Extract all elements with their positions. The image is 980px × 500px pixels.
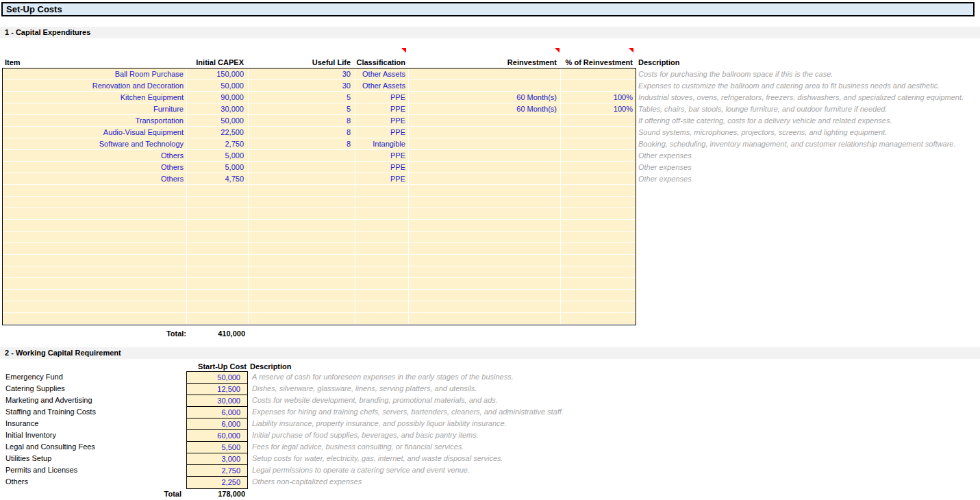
capex-cell[interactable]: 90,000: [186, 92, 244, 103]
col-header-startup-cost: Start-Up Cost: [186, 361, 247, 372]
useful-life-cell[interactable]: 8: [248, 138, 351, 150]
table-row: Others 5,000 PPE Other expenses: [0, 150, 980, 162]
startup-cost-cell[interactable]: 6,000: [187, 407, 247, 418]
page-title: Set-Up Costs: [1, 2, 975, 16]
item-cell[interactable]: Furniture: [3, 103, 184, 115]
item-cell[interactable]: Software and Technology: [3, 138, 184, 150]
table-row: Transportation 50,000 8 PPE If offering …: [0, 115, 980, 127]
comment-indicator-icon[interactable]: [401, 48, 406, 53]
startup-item-label: Marketing and Advertising: [5, 395, 177, 406]
reinvestment-cell[interactable]: 60 Month(s): [408, 103, 557, 115]
capex-cell[interactable]: 5,000: [186, 162, 244, 173]
useful-life-cell[interactable]: 5: [248, 103, 351, 115]
classification-cell[interactable]: PPE: [355, 173, 405, 185]
startup-item-label: Initial Inventory: [5, 429, 177, 441]
pct-reinvestment-cell[interactable]: [560, 162, 633, 173]
reinvestment-cell[interactable]: [408, 127, 557, 138]
working-capital-total-value: 178,000: [186, 488, 245, 499]
pct-reinvestment-cell[interactable]: [560, 80, 633, 92]
classification-cell[interactable]: PPE: [355, 150, 405, 162]
classification-cell[interactable]: PPE: [355, 162, 405, 173]
item-cell[interactable]: Renovation and Decoration: [3, 80, 184, 92]
pct-reinvestment-cell[interactable]: [560, 115, 633, 127]
item-cell[interactable]: Others: [3, 173, 184, 185]
useful-life-cell[interactable]: [248, 150, 351, 162]
classification-cell[interactable]: PPE: [355, 127, 405, 138]
section-1-heading: 1 - Capital Expenditures: [0, 27, 980, 38]
classification-cell[interactable]: Intangible: [355, 138, 405, 150]
classification-cell[interactable]: Other Assets: [355, 80, 405, 92]
reinvestment-cell[interactable]: [408, 150, 557, 162]
description-cell: If offering off-site catering, costs for…: [638, 115, 977, 127]
capex-cell[interactable]: 50,000: [186, 115, 244, 127]
item-cell[interactable]: Others: [3, 150, 184, 162]
useful-life-cell[interactable]: [248, 162, 351, 173]
startup-cost-cell[interactable]: 50,000: [187, 372, 247, 384]
pct-reinvestment-cell[interactable]: [560, 68, 633, 80]
capex-cell[interactable]: 4,750: [186, 173, 244, 185]
startup-cost-cell[interactable]: 60,000: [187, 430, 247, 442]
spreadsheet: Set-Up Costs 1 - Capital Expenditures It…: [0, 0, 980, 500]
startup-item-label: Insurance: [5, 418, 177, 429]
reinvestment-cell[interactable]: 60 Month(s): [408, 92, 557, 103]
reinvestment-cell[interactable]: [408, 80, 557, 92]
startup-item-label: Utilities Setup: [5, 453, 177, 464]
comment-indicator-icon[interactable]: [629, 48, 633, 53]
description-cell: Initial purchase of food supplies, bever…: [252, 429, 731, 441]
capex-cell[interactable]: 30,000: [186, 103, 244, 115]
capex-cell[interactable]: 5,000: [186, 150, 244, 162]
classification-cell[interactable]: PPE: [355, 92, 405, 103]
capex-cell[interactable]: 2,750: [186, 138, 244, 150]
reinvestment-cell[interactable]: [408, 138, 557, 150]
startup-cost-cell[interactable]: 3,000: [187, 453, 247, 465]
description-cell: Dishes, silverware, glassware, linens, s…: [252, 383, 731, 395]
pct-reinvestment-cell[interactable]: [560, 138, 633, 150]
table-row: Furniture 30,000 5 PPE 60 Month(s) 100% …: [0, 103, 980, 115]
description-cell: Setup costs for water, electricity, gas,…: [252, 453, 731, 464]
capex-cell[interactable]: 150,000: [186, 68, 244, 80]
description-cell: Booking, scheduling, inventory managemen…: [638, 138, 977, 150]
startup-cost-cell[interactable]: 30,000: [187, 395, 247, 407]
item-cell[interactable]: Transportation: [3, 115, 184, 127]
useful-life-cell[interactable]: 30: [248, 68, 351, 80]
item-cell[interactable]: Others: [3, 162, 184, 173]
startup-cost-cell[interactable]: 6,000: [187, 418, 247, 430]
capex-cell[interactable]: 50,000: [186, 80, 244, 92]
pct-reinvestment-cell[interactable]: [560, 150, 633, 162]
startup-cost-cell[interactable]: 2,250: [187, 477, 247, 488]
col-header-classification: Classification: [355, 57, 405, 68]
classification-cell[interactable]: PPE: [355, 103, 405, 115]
pct-reinvestment-cell[interactable]: [560, 173, 633, 185]
startup-cost-input-column: 50,000 12,500 30,000 6,000 6,000 60,000 …: [186, 371, 248, 489]
classification-cell[interactable]: Other Assets: [355, 68, 405, 80]
description-cell: Legal permissions to operate a catering …: [252, 464, 731, 476]
pct-reinvestment-cell[interactable]: 100%: [560, 103, 633, 115]
table-row: Software and Technology 2,750 8 Intangib…: [0, 138, 980, 150]
pct-reinvestment-cell[interactable]: 100%: [560, 92, 633, 103]
reinvestment-cell[interactable]: [408, 173, 557, 185]
reinvestment-cell[interactable]: [408, 68, 557, 80]
pct-reinvestment-cell[interactable]: [560, 127, 633, 138]
working-capital-total-label: Total: [123, 488, 181, 499]
classification-cell[interactable]: PPE: [355, 115, 405, 127]
reinvestment-cell[interactable]: [408, 115, 557, 127]
description-cell: Tables, chairs, bar stools, lounge furni…: [638, 103, 977, 115]
useful-life-cell[interactable]: [248, 173, 351, 185]
startup-item-label: Legal and Consulting Fees: [5, 441, 177, 453]
item-cell[interactable]: Audio-Visual Equipment: [3, 127, 184, 138]
useful-life-cell[interactable]: 8: [248, 115, 351, 127]
table-row: Kitchen Equipment 90,000 5 PPE 60 Month(…: [0, 92, 980, 103]
startup-cost-cell[interactable]: 2,750: [187, 465, 247, 477]
startup-cost-cell[interactable]: 12,500: [187, 384, 247, 395]
comment-indicator-icon[interactable]: [555, 48, 560, 53]
item-cell[interactable]: Ball Room Purchase: [3, 68, 184, 80]
startup-cost-cell[interactable]: 5,500: [187, 442, 247, 453]
useful-life-cell[interactable]: 30: [248, 80, 351, 92]
useful-life-cell[interactable]: 8: [248, 127, 351, 138]
useful-life-cell[interactable]: 5: [248, 92, 351, 103]
item-cell[interactable]: Kitchen Equipment: [3, 92, 184, 103]
reinvestment-cell[interactable]: [408, 162, 557, 173]
description-cell: Others non-capitalized expenses: [252, 476, 731, 488]
capex-cell[interactable]: 22,500: [186, 127, 244, 138]
table-row: Renovation and Decoration 50,000 30 Othe…: [0, 80, 980, 92]
